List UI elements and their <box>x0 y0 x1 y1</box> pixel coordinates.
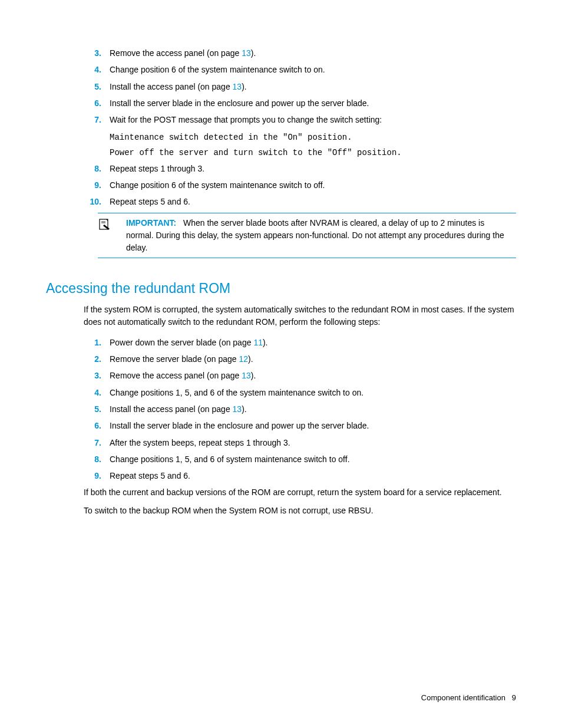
list-text: After the system beeps, repeat steps 1 t… <box>110 437 516 449</box>
list-item: 8. Change positions 1, 5, and 6 of syste… <box>46 453 516 465</box>
list-text: Remove the access panel (on page 13). <box>110 47 516 59</box>
list-item: 6. Install the server blade in the enclo… <box>46 420 516 431</box>
list-text: Change position 6 of the system maintena… <box>110 64 516 75</box>
list-text: Power down the server blade (on page 11)… <box>110 337 516 348</box>
body-paragraph: To switch to the backup ROM when the Sys… <box>84 505 516 517</box>
list-item: 7. After the system beeps, repeat steps … <box>46 437 516 449</box>
code-line: Power off the server and turn switch to … <box>110 146 516 160</box>
list-number: 9. <box>84 179 101 191</box>
page-link[interactable]: 11 <box>253 338 263 347</box>
list-item: 6. Install the server blade in the enclo… <box>46 97 516 109</box>
code-line: Maintenance switch detected in the "On" … <box>110 130 516 145</box>
list-item: 4. Change position 6 of the system maint… <box>46 64 516 75</box>
page-link[interactable]: 12 <box>239 354 248 364</box>
list-text: Remove the access panel (on page 13). <box>110 370 516 381</box>
page-number: 9 <box>512 693 516 702</box>
list-item: 2. Remove the server blade (on page 12). <box>46 353 516 365</box>
list-item: 7. Wait for the POST message that prompt… <box>46 114 516 126</box>
list-item: 3. Remove the access panel (on page 13). <box>46 47 516 59</box>
page-link[interactable]: 13 <box>233 404 242 414</box>
list-item: 5. Install the access panel (on page 13)… <box>46 403 516 415</box>
important-content: IMPORTANT: When the server blade boots a… <box>126 217 516 254</box>
list-number: 7. <box>84 437 101 449</box>
list-text: Remove the server blade (on page 12). <box>110 353 516 365</box>
list-text: Change positions 1, 5, and 6 of system m… <box>110 453 516 465</box>
list-number: 5. <box>84 403 101 415</box>
list-text: Install the access panel (on page 13). <box>110 403 516 415</box>
list-item: 1. Power down the server blade (on page … <box>46 337 516 348</box>
list-item: 5. Install the access panel (on page 13)… <box>46 81 516 93</box>
list-text: Install the server blade in the enclosur… <box>110 420 516 431</box>
ordered-list-1: 3. Remove the access panel (on page 13).… <box>46 47 516 126</box>
list-number: 1. <box>84 337 101 348</box>
code-block: Maintenance switch detected in the "On" … <box>110 130 516 160</box>
list-text: Repeat steps 5 and 6. <box>110 196 516 207</box>
list-text: Install the server blade in the enclosur… <box>110 97 516 109</box>
list-text: Wait for the POST message that prompts y… <box>110 114 516 126</box>
important-text: When the server blade boots after NVRAM … <box>126 218 504 252</box>
body-paragraph: If both the current and backup versions … <box>84 486 516 499</box>
list-text: Repeat steps 5 and 6. <box>110 470 516 482</box>
ordered-list-3: 1. Power down the server blade (on page … <box>46 337 516 482</box>
list-item: 3. Remove the access panel (on page 13). <box>46 370 516 381</box>
footer-section: Component identification <box>421 693 505 702</box>
list-number: 6. <box>84 420 101 431</box>
ordered-list-2: 8. Repeat steps 1 through 3. 9. Change p… <box>46 163 516 208</box>
page-link[interactable]: 13 <box>233 82 242 91</box>
list-number: 3. <box>84 370 101 381</box>
list-number: 8. <box>84 163 101 174</box>
important-callout: IMPORTANT: When the server blade boots a… <box>98 213 516 258</box>
list-number: 4. <box>84 387 101 398</box>
list-text: Change position 6 of the system maintena… <box>110 179 516 191</box>
list-number: 2. <box>84 353 101 365</box>
page-link[interactable]: 13 <box>242 371 251 380</box>
list-number: 9. <box>84 470 101 482</box>
important-label: IMPORTANT: <box>126 218 176 228</box>
page-footer: Component identification 9 <box>421 693 516 702</box>
list-number: 10. <box>84 196 101 207</box>
list-text: Install the access panel (on page 13). <box>110 81 516 93</box>
list-number: 7. <box>84 114 101 126</box>
list-item: 10. Repeat steps 5 and 6. <box>46 196 516 207</box>
list-item: 9. Repeat steps 5 and 6. <box>46 470 516 482</box>
list-number: 6. <box>84 97 101 109</box>
list-item: 8. Repeat steps 1 through 3. <box>46 163 516 174</box>
list-text: Change positions 1, 5, and 6 of the syst… <box>110 387 516 398</box>
list-item: 4. Change positions 1, 5, and 6 of the s… <box>46 387 516 398</box>
section-heading: Accessing the redundant ROM <box>46 281 516 297</box>
list-number: 8. <box>84 453 101 465</box>
list-text: Repeat steps 1 through 3. <box>110 163 516 174</box>
list-number: 4. <box>84 64 101 75</box>
list-number: 5. <box>84 81 101 93</box>
page-link[interactable]: 13 <box>242 48 251 58</box>
note-icon <box>98 217 126 254</box>
list-item: 9. Change position 6 of the system maint… <box>46 179 516 191</box>
intro-paragraph: If the system ROM is corrupted, the syst… <box>84 304 516 328</box>
list-number: 3. <box>84 47 101 59</box>
